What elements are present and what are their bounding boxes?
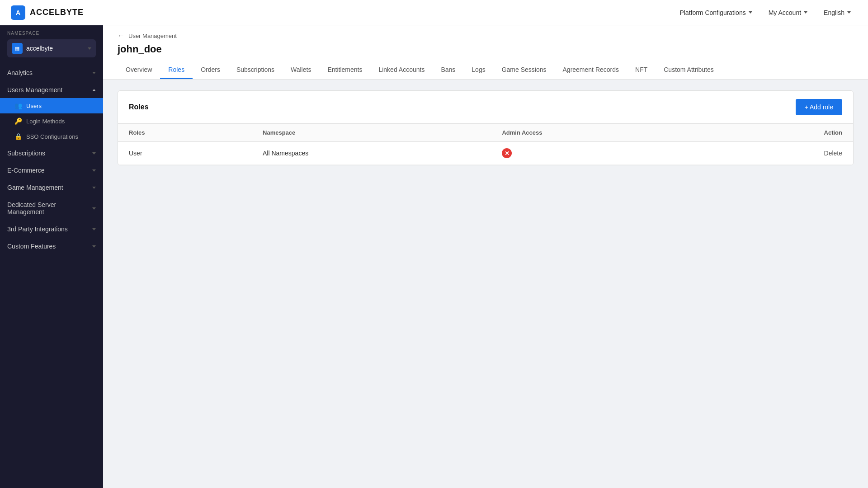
namespace-section: NAMESPACE ▦ accelbyte — [0, 25, 103, 61]
sidebar-section-custom-features: Custom Features — [0, 238, 103, 254]
delete-button[interactable]: Delete — [824, 150, 842, 157]
col-namespace: Namespace — [252, 124, 491, 142]
tab-orders[interactable]: Orders — [193, 61, 228, 79]
top-nav: A ACCELBYTE Platform Configurations My A… — [0, 0, 868, 25]
dedicated-server-chevron-icon — [92, 207, 96, 210]
chevron-down-icon — [804, 11, 807, 14]
tab-game-sessions[interactable]: Game Sessions — [494, 61, 555, 79]
sidebar-section-header-game-management[interactable]: Game Management — [0, 179, 103, 196]
roles-table: Roles Namespace Admin Access Action User… — [118, 124, 853, 165]
sidebar-section-header-subscriptions[interactable]: Subscriptions — [0, 145, 103, 161]
tab-linked-accounts[interactable]: Linked Accounts — [370, 61, 433, 79]
sidebar-nav: Analytics Users Management 👥 Users 🔑 Log… — [0, 61, 103, 488]
col-action: Action — [711, 124, 853, 142]
breadcrumb-arrow-icon: ← — [118, 32, 125, 40]
logo-icon: A — [11, 5, 25, 20]
my-account-button[interactable]: My Account — [762, 6, 814, 19]
sidebar-item-sso-configurations[interactable]: 🔒 SSO Configurations — [0, 129, 103, 144]
content: ← User Management john_doe Overview Role… — [103, 25, 868, 488]
sidebar-section-header-users-management[interactable]: Users Management — [0, 82, 103, 98]
tab-nft[interactable]: NFT — [627, 61, 656, 79]
tabs: Overview Roles Orders Subscriptions Wall… — [118, 61, 854, 79]
users-icon: 👥 — [14, 102, 22, 109]
content-header: ← User Management john_doe Overview Role… — [103, 25, 868, 80]
roles-card-header: Roles + Add role — [118, 91, 853, 124]
row-admin-access: ✕ — [491, 142, 711, 165]
roles-table-body: User All Namespaces ✕ Delete — [118, 142, 853, 165]
tab-subscriptions[interactable]: Subscriptions — [228, 61, 283, 79]
language-button[interactable]: English — [817, 6, 857, 19]
namespace-selector[interactable]: ▦ accelbyte — [7, 39, 96, 57]
content-body: Roles + Add role Roles Namespace Admin A… — [103, 80, 868, 488]
row-namespace: All Namespaces — [252, 142, 491, 165]
namespace-icon: ▦ — [12, 43, 23, 54]
analytics-chevron-icon — [92, 72, 96, 74]
sidebar-section-header-3rd-party[interactable]: 3rd Party Integrations — [0, 221, 103, 237]
roles-section-title: Roles — [129, 103, 149, 111]
row-action: Delete — [711, 142, 853, 165]
breadcrumb-link[interactable]: User Management — [128, 33, 177, 39]
sidebar-section-users-management: Users Management 👥 Users 🔑 Login Methods… — [0, 82, 103, 144]
table-row: User All Namespaces ✕ Delete — [118, 142, 853, 165]
game-management-chevron-icon — [92, 187, 96, 189]
tab-custom-attributes[interactable]: Custom Attributes — [656, 61, 722, 79]
col-admin-access: Admin Access — [491, 124, 711, 142]
tab-bans[interactable]: Bans — [433, 61, 463, 79]
chevron-down-icon — [749, 11, 752, 14]
col-roles: Roles — [118, 124, 252, 142]
logo: A ACCELBYTE — [11, 5, 84, 20]
tab-overview[interactable]: Overview — [118, 61, 160, 79]
tab-entitlements[interactable]: Entitlements — [319, 61, 370, 79]
namespace-name: accelbyte — [26, 45, 84, 52]
custom-features-chevron-icon — [92, 245, 96, 248]
login-icon: 🔑 — [14, 117, 22, 125]
logo-text: ACCELBYTE — [30, 8, 84, 17]
roles-table-header: Roles Namespace Admin Access Action — [118, 124, 853, 142]
sidebar-section-3rd-party: 3rd Party Integrations — [0, 221, 103, 237]
add-role-button[interactable]: + Add role — [796, 99, 842, 115]
tab-agreement-records[interactable]: Agreement Records — [555, 61, 627, 79]
subscriptions-chevron-icon — [92, 152, 96, 155]
sso-icon: 🔒 — [14, 133, 22, 140]
chevron-down-icon — [847, 11, 851, 14]
namespace-chevron-icon — [88, 47, 91, 50]
ecommerce-chevron-icon — [92, 169, 96, 172]
platform-configurations-button[interactable]: Platform Configurations — [673, 6, 758, 19]
roles-card: Roles + Add role Roles Namespace Admin A… — [118, 90, 854, 165]
breadcrumb: ← User Management — [118, 32, 854, 40]
row-role: User — [118, 142, 252, 165]
tab-roles[interactable]: Roles — [160, 61, 193, 79]
main-layout: NAMESPACE ▦ accelbyte Analytics Users Ma… — [0, 25, 868, 488]
sidebar-section-header-analytics[interactable]: Analytics — [0, 65, 103, 81]
sidebar-section-header-ecommerce[interactable]: E-Commerce — [0, 162, 103, 178]
sidebar-section-analytics: Analytics — [0, 65, 103, 81]
namespace-label: NAMESPACE — [7, 31, 96, 36]
top-nav-right: Platform Configurations My Account Engli… — [673, 6, 857, 19]
admin-access-false-icon: ✕ — [502, 148, 512, 158]
sidebar-section-header-custom-features[interactable]: Custom Features — [0, 238, 103, 254]
sidebar-section-header-dedicated-server[interactable]: Dedicated Server Management — [0, 197, 103, 220]
sidebar-item-login-methods[interactable]: 🔑 Login Methods — [0, 113, 103, 129]
sidebar-item-users[interactable]: 👥 Users — [0, 98, 103, 113]
tab-logs[interactable]: Logs — [463, 61, 493, 79]
sidebar-section-ecommerce: E-Commerce — [0, 162, 103, 178]
sidebar-section-game-management: Game Management — [0, 179, 103, 196]
page-title: john_doe — [118, 43, 854, 55]
3rd-party-chevron-icon — [92, 228, 96, 230]
tab-wallets[interactable]: Wallets — [283, 61, 319, 79]
sidebar: NAMESPACE ▦ accelbyte Analytics Users Ma… — [0, 25, 103, 488]
sidebar-section-subscriptions: Subscriptions — [0, 145, 103, 161]
sidebar-section-dedicated-server: Dedicated Server Management — [0, 197, 103, 220]
users-management-chevron-icon — [92, 89, 96, 91]
